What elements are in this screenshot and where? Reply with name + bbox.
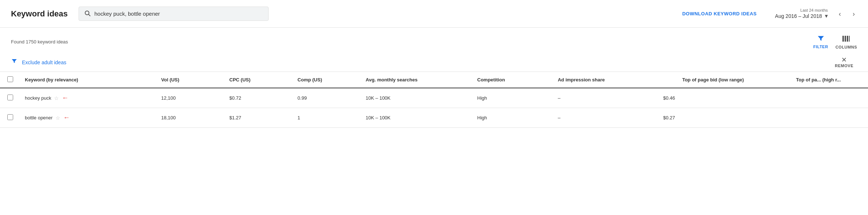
arrow-icon: ← xyxy=(62,94,68,102)
date-nav-next-icon[interactable]: › xyxy=(850,9,857,19)
columns-icon xyxy=(842,34,850,44)
th-comp[interactable]: Comp (US) xyxy=(292,72,360,88)
row-checkbox[interactable] xyxy=(7,114,13,120)
star-icon[interactable]: ☆ xyxy=(54,95,59,101)
svg-rect-5 xyxy=(849,36,850,42)
row-toplow: $0.46 xyxy=(657,88,769,108)
row-avg-monthly: 10K – 100K xyxy=(360,88,471,108)
date-range-dropdown-icon[interactable]: ▾ xyxy=(825,12,828,19)
keyword-text: bottle opener xyxy=(25,115,53,120)
svg-line-1 xyxy=(89,14,90,16)
row-competition: High xyxy=(471,88,552,108)
page-title: Keyword ideas xyxy=(11,9,68,19)
row-competition: High xyxy=(471,108,552,128)
th-top-page-high[interactable]: Top of pa... (high r... xyxy=(769,72,868,88)
th-competition[interactable]: Competition xyxy=(471,72,552,88)
row-cpc: $0.72 xyxy=(224,88,292,108)
filter-label: FILTER xyxy=(813,45,828,49)
remove-filter-button[interactable]: ✕ REMOVE xyxy=(835,57,853,68)
search-box[interactable] xyxy=(79,7,269,21)
exclude-adult-ideas-link[interactable]: Exclude adult ideas xyxy=(22,59,66,65)
th-avg-monthly[interactable]: Avg. monthly searches xyxy=(360,72,471,88)
columns-button[interactable]: COLUMNS xyxy=(835,34,857,49)
download-keyword-ideas-button[interactable]: DOWNLOAD KEYWORD IDEAS xyxy=(682,11,757,16)
th-select-all[interactable] xyxy=(0,72,19,88)
summary-bar: Found 1750 keyword ideas FILTER COLUMNS xyxy=(0,28,868,53)
row-avg-monthly: 10K – 100K xyxy=(360,108,471,128)
th-cpc[interactable]: CPC (US) xyxy=(224,72,292,88)
th-top-page-low[interactable]: Top of page bid (low range) xyxy=(657,72,769,88)
row-checkbox-cell[interactable] xyxy=(0,108,19,128)
th-vol[interactable]: Vol (US) xyxy=(155,72,224,88)
filter-funnel-icon xyxy=(817,35,825,44)
filter-bar-left: Exclude adult ideas xyxy=(11,58,66,66)
row-checkbox-cell[interactable] xyxy=(0,88,19,108)
columns-label: COLUMNS xyxy=(835,45,857,49)
row-cpc: $1.27 xyxy=(224,108,292,128)
keyword-table-container: Keyword (by relevance) Vol (US) CPC (US)… xyxy=(0,72,868,128)
th-ad-impression[interactable]: Ad impression share xyxy=(552,72,657,88)
remove-label: REMOVE xyxy=(835,64,853,68)
th-keyword[interactable]: Keyword (by relevance) xyxy=(19,72,155,88)
table-row: bottle opener ☆ ← 18,100 $1.27 1 10K – 1… xyxy=(0,108,868,128)
row-keyword-cell: hockey puck ☆ ← xyxy=(19,88,155,108)
found-count-text: Found 1750 keyword ideas xyxy=(11,39,68,45)
filter-button[interactable]: FILTER xyxy=(813,35,828,49)
filter-active-icon xyxy=(11,58,18,66)
table-header-row: Keyword (by relevance) Vol (US) CPC (US)… xyxy=(0,72,868,88)
row-tophigh xyxy=(769,108,868,128)
filter-bar: Exclude adult ideas ✕ REMOVE xyxy=(0,53,868,72)
date-range-value: Aug 2016 – Jul 2018 xyxy=(775,13,822,19)
close-icon: ✕ xyxy=(841,57,847,63)
row-keyword-cell: bottle opener ☆ ← xyxy=(19,108,155,128)
date-range-control[interactable]: Aug 2016 – Jul 2018 ▾ xyxy=(775,12,828,19)
summary-actions: FILTER COLUMNS xyxy=(813,34,857,49)
keyword-text: hockey puck xyxy=(25,95,51,101)
svg-rect-4 xyxy=(847,36,848,42)
date-range-section: Last 24 months Aug 2016 – Jul 2018 ▾ xyxy=(775,8,828,19)
date-nav-prev-icon[interactable]: ‹ xyxy=(837,9,843,19)
row-vol: 18,100 xyxy=(155,108,224,128)
date-range-label: Last 24 months xyxy=(800,8,828,12)
row-tophigh xyxy=(769,88,868,108)
header: Keyword ideas DOWNLOAD KEYWORD IDEAS Las… xyxy=(0,0,868,28)
row-comp: 0.99 xyxy=(292,88,360,108)
table-row: hockey puck ☆ ← 12,100 $0.72 0.99 10K – … xyxy=(0,88,868,108)
search-input[interactable] xyxy=(94,11,263,17)
row-comp: 1 xyxy=(292,108,360,128)
search-icon xyxy=(84,10,91,18)
row-vol: 12,100 xyxy=(155,88,224,108)
row-toplow: $0.27 xyxy=(657,108,769,128)
select-all-checkbox[interactable] xyxy=(7,76,13,82)
row-adshare: – xyxy=(552,108,657,128)
row-adshare: – xyxy=(552,88,657,108)
keyword-table: Keyword (by relevance) Vol (US) CPC (US)… xyxy=(0,72,868,128)
arrow-icon: ← xyxy=(63,114,70,122)
svg-rect-2 xyxy=(842,36,844,42)
svg-rect-3 xyxy=(845,36,846,42)
row-checkbox[interactable] xyxy=(7,95,13,100)
star-icon[interactable]: ☆ xyxy=(56,115,60,121)
